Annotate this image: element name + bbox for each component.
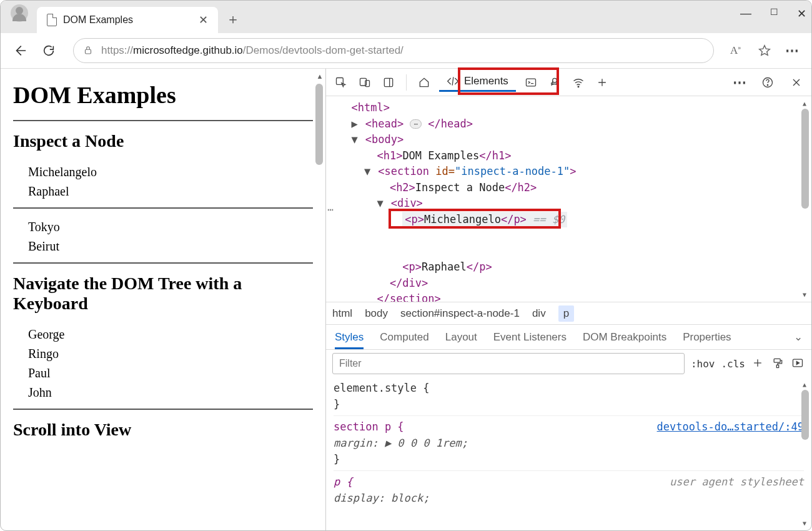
devtools-menu-button[interactable]: ⋯ — [733, 74, 748, 91]
computed-toggle-icon[interactable] — [791, 357, 805, 370]
list-item[interactable]: Paul — [28, 364, 313, 383]
styles-toolbar: :hov .cls — [326, 350, 811, 377]
svg-rect-20 — [776, 365, 778, 367]
tab-dom-breakpoints[interactable]: DOM Breakpoints — [583, 331, 666, 344]
minimize-button[interactable]: — — [740, 7, 751, 21]
devtools-close-button[interactable] — [788, 74, 805, 91]
reload-button[interactable] — [41, 42, 57, 59]
divider — [13, 262, 313, 264]
page-h1: DOM Examples — [13, 81, 313, 109]
styles-scrollbar[interactable]: ▲▼ — [801, 380, 810, 528]
styles-tabs: Styles Computed Layout Event Listeners D… — [326, 325, 811, 350]
selected-dom-node[interactable]: <p>Michelangelo</p> == $0 — [402, 212, 567, 228]
sources-icon[interactable] — [546, 74, 563, 91]
divider — [13, 120, 313, 121]
svg-rect-4 — [384, 78, 392, 86]
list-item[interactable]: Michelangelo — [28, 162, 313, 182]
new-style-rule-icon[interactable] — [751, 357, 765, 370]
svg-rect-0 — [86, 49, 91, 54]
chevron-down-icon[interactable]: ⌄ — [794, 330, 803, 344]
dom-scrollbar[interactable]: ▲▼ — [801, 99, 810, 299]
user-agent-label: user agent stylesheet — [670, 474, 804, 490]
browser-menu-button[interactable]: ⋯ — [785, 42, 800, 59]
inspect-element-icon[interactable] — [332, 74, 350, 91]
lock-icon — [82, 44, 94, 57]
list-item[interactable]: George — [28, 325, 313, 344]
crumb-p[interactable]: p — [558, 305, 574, 322]
divider — [13, 207, 313, 209]
tab-styles[interactable]: Styles — [335, 331, 364, 349]
dom-tree[interactable]: ⋯ <html> ▶ <head> ⋯ </head> ▼ <body> <h1… — [326, 96, 811, 302]
read-aloud-icon[interactable]: A» — [730, 44, 744, 57]
more-tools-icon[interactable] — [593, 74, 611, 91]
favorite-icon[interactable] — [758, 44, 771, 57]
list-item: Michelangelo Raphael — [13, 162, 313, 201]
page-viewport: DOM Examples Inspect a Node Michelangelo… — [1, 69, 325, 530]
breadcrumb: html body section#inspect-a-node-1 div p — [326, 302, 811, 325]
tab-properties[interactable]: Properties — [683, 331, 731, 344]
page-h2-navigate: Navigate the DOM Tree with a Keyboard — [13, 274, 313, 314]
svg-point-14 — [767, 84, 768, 85]
list-item[interactable]: Tokyo — [28, 217, 313, 237]
code-icon — [447, 75, 459, 87]
drag-handle-icon[interactable]: ⋯ — [327, 202, 334, 217]
page-h2-inspect: Inspect a Node — [13, 131, 313, 151]
address-bar: https://microsoftedge.github.io/Demos/de… — [1, 33, 811, 68]
dock-icon[interactable] — [380, 74, 397, 91]
browser-tab[interactable]: DOM Examples ✕ — [37, 7, 218, 33]
stylesheet-link[interactable]: devtools-do…started/:49 — [657, 419, 804, 435]
file-icon — [47, 14, 57, 26]
divider — [13, 409, 313, 410]
new-tab-button[interactable]: ＋ — [220, 7, 245, 32]
console-icon[interactable] — [522, 74, 540, 91]
crumb-div[interactable]: div — [532, 307, 546, 320]
svg-point-10 — [578, 86, 579, 87]
page-h2-scroll: Scroll into View — [13, 420, 313, 440]
tab-event-listeners[interactable]: Event Listeners — [493, 331, 567, 344]
devtools-toolbar: Elements ⋯ — [326, 69, 811, 96]
crumb-html[interactable]: html — [332, 307, 352, 320]
hov-toggle[interactable]: :hov — [691, 358, 715, 370]
close-window-button[interactable]: ✕ — [797, 7, 806, 21]
back-button[interactable] — [12, 42, 28, 59]
list-item[interactable]: Raphael — [28, 182, 313, 201]
url-text: https://microsoftedge.github.io/Demos/de… — [101, 44, 404, 57]
page-scrollbar[interactable]: ▲ ▼ — [315, 71, 324, 530]
crumb-body[interactable]: body — [365, 307, 388, 320]
network-icon[interactable] — [570, 74, 587, 91]
tab-close-button[interactable]: ✕ — [195, 12, 212, 28]
tab-computed[interactable]: Computed — [380, 331, 428, 344]
window-controls: — ☐ ✕ — [740, 7, 806, 21]
crumb-section[interactable]: section#inspect-a-node-1 — [400, 307, 520, 320]
list-item[interactable]: Beirut — [28, 237, 313, 256]
styles-filter-input[interactable] — [332, 353, 685, 374]
cls-toggle[interactable]: .cls — [721, 358, 745, 370]
svg-point-9 — [557, 82, 558, 84]
device-toggle-icon[interactable] — [356, 74, 374, 91]
url-box[interactable]: https://microsoftedge.github.io/Demos/de… — [73, 38, 714, 63]
tab-title: DOM Examples — [63, 14, 189, 26]
tab-elements-label: Elements — [464, 75, 508, 87]
svg-rect-6 — [526, 79, 535, 86]
maximize-button[interactable]: ☐ — [770, 7, 778, 21]
svg-point-8 — [551, 82, 553, 84]
welcome-icon[interactable] — [415, 74, 433, 91]
help-icon[interactable] — [759, 74, 776, 91]
devtools-panel: Elements ⋯ ⋯ <html> ▶ <head> ⋯ </head> ▼… — [325, 69, 811, 530]
tab-layout[interactable]: Layout — [445, 331, 477, 344]
paint-icon[interactable] — [771, 357, 785, 370]
styles-pane[interactable]: element.style { } devtools-do…started/:4… — [326, 377, 811, 530]
titlebar: DOM Examples ✕ ＋ — ☐ ✕ — [1, 1, 811, 33]
list-item[interactable]: John — [28, 383, 313, 402]
profile-avatar[interactable] — [11, 4, 28, 22]
tab-elements[interactable]: Elements — [439, 72, 516, 92]
svg-point-7 — [553, 78, 557, 82]
svg-rect-19 — [774, 359, 780, 362]
list-item[interactable]: Ringo — [28, 344, 313, 364]
